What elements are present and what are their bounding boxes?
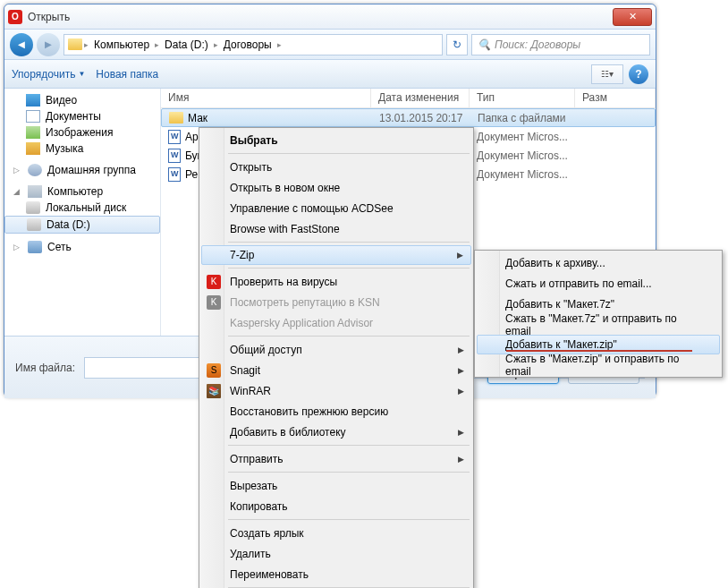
column-type[interactable]: Тип [470, 89, 575, 107]
chevron-right-icon: ▸ [155, 40, 159, 49]
navbar: ◄ ► ▸ Компьютер ▸ Data (D:) ▸ Договоры ▸… [4, 30, 656, 60]
sidebar-item-local-disk[interactable]: Локальный диск [4, 200, 160, 216]
toolbar: Упорядочить ▼ Новая папка ☷▾ ? [4, 60, 656, 89]
disk-icon [26, 201, 40, 214]
menu-item[interactable]: Копировать [201, 496, 471, 516]
winrar-icon: 📚 [207, 384, 221, 398]
disk-icon [27, 218, 41, 231]
sidebar-item-homegroup[interactable]: ▷Домашняя группа [4, 162, 160, 178]
folder-icon [68, 38, 82, 50]
submenu-arrow-icon: ▶ [458, 366, 464, 375]
submenu-arrow-icon: ▶ [457, 251, 463, 260]
menu-separator [228, 336, 470, 337]
menu-item[interactable]: Browse with FastStone [201, 218, 471, 239]
menu-item[interactable]: SSnagit▶ [201, 360, 471, 380]
column-date[interactable]: Дата изменения [371, 89, 470, 107]
breadcrumb[interactable]: ▸ Компьютер ▸ Data (D:) ▸ Договоры ▸ [63, 34, 443, 55]
menu-item[interactable]: Управление с помощью ACDSee [201, 198, 471, 218]
word-doc-icon [168, 130, 181, 144]
column-headers: Имя Дата изменения Тип Разм [161, 89, 656, 108]
search-input[interactable]: 🔍 Поиск: Договоры [471, 34, 650, 55]
refresh-button[interactable]: ↻ [446, 34, 468, 55]
menu-separator [228, 153, 470, 154]
filename-label: Имя файла: [15, 362, 75, 374]
menu-item[interactable]: 7-Zip▶ [201, 245, 471, 265]
submenu-item[interactable]: Сжать и отправить по email... [477, 273, 720, 294]
menu-separator [228, 519, 470, 520]
menu-item[interactable]: KПроверить на вирусы [201, 271, 471, 292]
back-button[interactable]: ◄ [10, 33, 33, 56]
collapse-icon[interactable]: ◢ [13, 187, 22, 196]
new-folder-button[interactable]: Новая папка [96, 68, 158, 81]
sidebar-item-music[interactable]: Музыка [4, 141, 160, 157]
submenu-item[interactable]: Сжать в "Макет.7z" и отправить по email [477, 314, 720, 335]
submenu-arrow-icon: ▶ [458, 387, 464, 396]
titlebar: O Открыть ✕ [4, 4, 656, 30]
submenu-item[interactable]: Добавить к архиву... [477, 252, 720, 273]
expand-icon[interactable]: ▷ [13, 243, 22, 251]
column-name[interactable]: Имя [161, 89, 371, 107]
forward-button[interactable]: ► [37, 33, 60, 56]
breadcrumb-item[interactable]: Договоры [220, 38, 275, 51]
column-size[interactable]: Разм [575, 89, 656, 107]
image-icon [26, 126, 40, 139]
sidebar-item-data-disk[interactable]: Data (D:) [4, 216, 160, 234]
music-icon [26, 142, 40, 155]
submenu-arrow-icon: ▶ [458, 345, 464, 354]
chevron-right-icon: ▸ [84, 40, 89, 49]
chevron-down-icon: ▼ [78, 70, 85, 78]
menu-item[interactable]: Добавить в библиотеку▶ [201, 422, 471, 442]
menu-item[interactable]: Выбрать [201, 130, 471, 150]
menu-separator [228, 445, 470, 446]
help-button[interactable]: ? [629, 64, 648, 84]
close-button[interactable]: ✕ [613, 8, 652, 26]
breadcrumb-item[interactable]: Data (D:) [161, 38, 212, 51]
menu-item[interactable]: KПосмотреть репутацию в KSN [201, 292, 471, 312]
submenu-arrow-icon: ▶ [458, 428, 464, 437]
expand-icon[interactable]: ▷ [13, 166, 22, 175]
window-title: Открыть [28, 11, 613, 23]
folder-icon [169, 112, 183, 124]
sidebar-item-computer[interactable]: ◢Компьютер [4, 183, 160, 200]
search-icon: 🔍 [478, 38, 491, 51]
sidebar: Видео Документы Изображения Музыка ▷Дома… [4, 89, 161, 336]
sidebar-item-images[interactable]: Изображения [4, 124, 160, 141]
sidebar-item-network[interactable]: ▷Сеть [4, 239, 160, 255]
sidebar-item-documents[interactable]: Документы [4, 108, 160, 124]
menu-item[interactable]: Восстановить прежнюю версию [201, 401, 471, 422]
search-placeholder: Поиск: Договоры [495, 38, 580, 51]
menu-separator [228, 242, 470, 243]
context-submenu-7zip: Добавить к архиву...Сжать и отправить по… [474, 250, 723, 378]
kaspersky-icon: K [207, 275, 221, 289]
menu-item[interactable]: Вырезать [201, 475, 471, 496]
submenu-item[interactable]: Сжать в "Макет.zip" и отправить по email [477, 354, 720, 375]
menu-item[interactable]: 📚WinRAR▶ [201, 380, 471, 401]
menu-separator [228, 268, 470, 268]
chevron-right-icon: ▸ [214, 40, 218, 49]
homegroup-icon [28, 164, 42, 176]
ksn-icon: K [207, 295, 221, 310]
word-doc-icon [168, 167, 181, 182]
menu-item[interactable]: Общий доступ▶ [201, 339, 471, 360]
word-doc-icon [168, 149, 181, 163]
context-menu: ВыбратьОткрытьОткрыть в новом окнеУправл… [199, 127, 474, 588]
document-icon [26, 110, 40, 123]
menu-separator [228, 472, 470, 473]
menu-item[interactable]: Открыть в новом окне [201, 177, 471, 198]
menu-item[interactable]: Создать ярлык [201, 523, 471, 543]
menu-item[interactable]: Отправить▶ [201, 448, 471, 469]
organize-button[interactable]: Упорядочить ▼ [12, 68, 85, 81]
chevron-right-icon: ▸ [277, 40, 282, 49]
menu-item[interactable]: Kaspersky Application Advisor [201, 312, 471, 333]
snagit-icon: S [207, 363, 221, 378]
menu-item[interactable]: Удалить [201, 543, 471, 564]
file-row[interactable]: Мак13.01.2015 20:17Папка с файлами [161, 108, 656, 127]
menu-item[interactable]: Открыть [201, 157, 471, 177]
computer-icon [28, 185, 42, 198]
sidebar-item-video[interactable]: Видео [4, 92, 160, 108]
submenu-arrow-icon: ▶ [458, 455, 464, 464]
breadcrumb-item[interactable]: Компьютер [90, 38, 153, 51]
menu-item[interactable]: Переименовать [201, 564, 471, 584]
network-icon [28, 241, 42, 253]
view-options-button[interactable]: ☷▾ [591, 64, 623, 84]
